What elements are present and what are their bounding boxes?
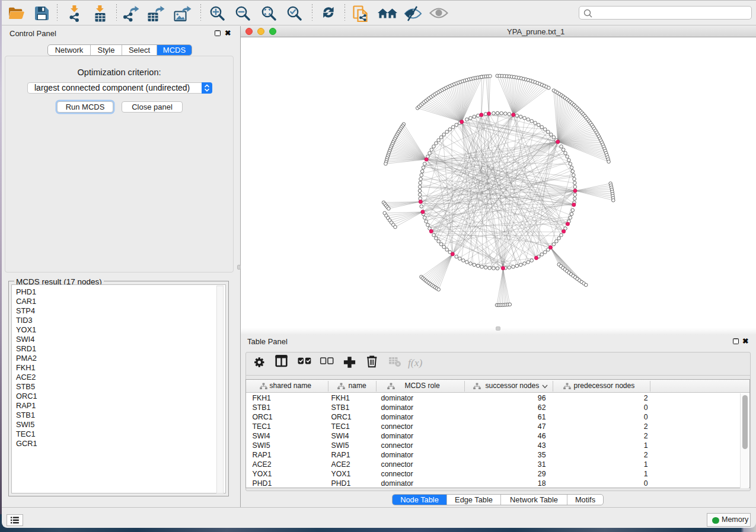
svg-text:f(x): f(x) bbox=[408, 357, 422, 368]
